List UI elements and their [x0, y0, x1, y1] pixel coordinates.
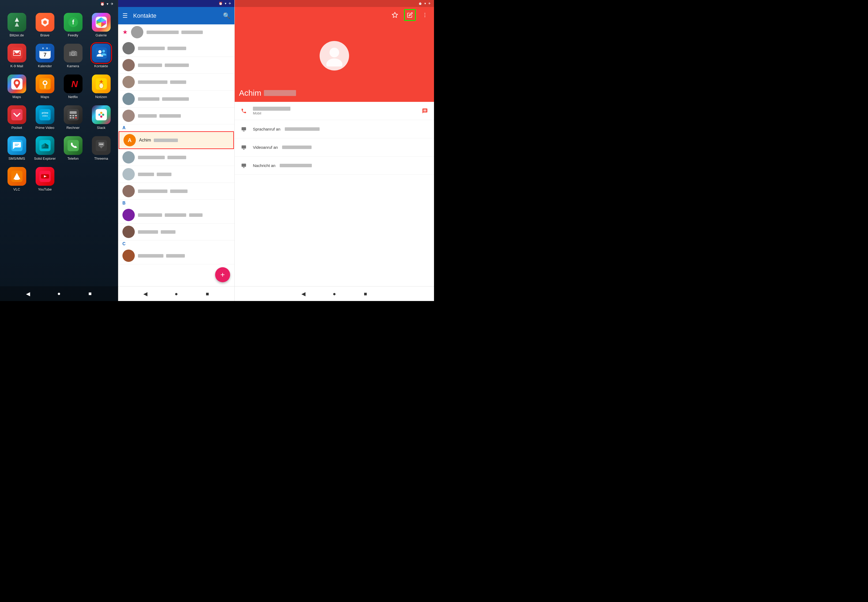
contacts-home-button[interactable]: ●	[171, 289, 181, 299]
star-contact-button[interactable]	[389, 9, 401, 21]
feedly-icon: f	[64, 13, 83, 32]
detail-content: Mobil Sprachanruf an	[235, 102, 434, 286]
svg-marker-1	[15, 22, 19, 26]
detail-contact-surname-blur	[264, 90, 296, 96]
app-kamera[interactable]: Kamera	[59, 44, 87, 68]
contact-row-8[interactable]	[118, 183, 234, 200]
add-contact-fab[interactable]: +	[215, 267, 230, 282]
contacts-back-button[interactable]: ◀	[140, 289, 150, 299]
app-solid[interactable]: Solid Explorer	[31, 136, 59, 161]
contact-row-b2[interactable]	[118, 224, 234, 240]
contact-name-c1	[138, 253, 230, 258]
edit-contact-button[interactable]	[404, 9, 416, 21]
contacts-status-bar: ⏰ ▾ ✈	[118, 0, 234, 7]
detail-video-row[interactable]: Videoanruf an	[235, 138, 434, 157]
detail-message-row[interactable]: Nachricht an	[235, 157, 434, 175]
app-kontakte[interactable]: Kontakte	[87, 44, 115, 68]
contact-row-7[interactable]	[118, 166, 234, 183]
airplane-icon: ✈	[111, 2, 113, 6]
app-netflix[interactable]: N Netflix	[59, 75, 87, 99]
vlc-label: VLC	[14, 187, 20, 191]
video-call-icon	[239, 143, 249, 152]
svg-marker-70	[392, 12, 398, 17]
blurred-n7	[138, 173, 154, 176]
contact-row-4[interactable]	[118, 91, 234, 108]
contact-avatar-1	[122, 42, 135, 54]
app-threema[interactable]: Threema	[87, 136, 115, 161]
app-kalender[interactable]: 7 Kalender	[31, 44, 59, 68]
smsmms-icon	[8, 136, 26, 155]
kamera-icon	[64, 44, 83, 63]
blurred-nb2	[138, 230, 158, 234]
contact-row-b1[interactable]	[118, 207, 234, 224]
contact-avatar-3	[122, 76, 135, 88]
brave-label: Brave	[40, 33, 49, 37]
launcher-recents-button[interactable]: ■	[85, 289, 95, 299]
detail-back-button[interactable]: ◀	[299, 289, 308, 299]
app-primevideo[interactable]: primevideo Prime Video	[31, 105, 59, 130]
contacts-recents-button[interactable]: ■	[202, 289, 212, 299]
rechner-icon	[64, 105, 83, 124]
launcher-back-button[interactable]: ◀	[23, 289, 33, 299]
voice-call-detail: Sprachanruf an	[253, 127, 430, 131]
blurred-nb1	[138, 213, 162, 217]
blurred-n6b	[167, 156, 186, 159]
svg-point-61	[100, 144, 101, 145]
blitzer-label: Blitzer.de	[10, 33, 24, 37]
svg-rect-82	[242, 163, 246, 167]
app-rechner[interactable]: Rechner	[59, 105, 87, 130]
svg-point-2	[43, 20, 47, 24]
app-k9mail[interactable]: K-9 Mail	[3, 44, 31, 68]
detail-voice-row[interactable]: Sprachanruf an	[235, 120, 434, 138]
starred-contact-row[interactable]: ★	[118, 25, 234, 40]
app-maps-g[interactable]: Maps	[3, 75, 31, 99]
app-vlc[interactable]: VLC	[3, 167, 31, 191]
kalender-label: Kalender	[38, 64, 52, 68]
more-options-button[interactable]	[419, 9, 431, 21]
blitzer-icon	[8, 13, 26, 32]
contacts-menu-icon[interactable]: ☰	[122, 12, 128, 19]
contacts-search-icon[interactable]: 🔍	[223, 12, 230, 19]
blurred-nb1c	[189, 213, 202, 217]
contacts-wifi-icon: ▾	[225, 2, 227, 5]
svg-point-50	[98, 114, 101, 116]
app-brave[interactable]: Brave	[31, 13, 59, 37]
app-youtube[interactable]: YouTube	[31, 167, 59, 191]
detail-recents-button[interactable]: ■	[361, 289, 370, 299]
launcher-home-button[interactable]: ●	[54, 289, 64, 299]
svg-rect-18	[43, 48, 43, 49]
phone-number	[253, 107, 416, 111]
app-galerie[interactable]: Galerie	[87, 13, 115, 37]
detail-phone-row[interactable]: Mobil	[235, 102, 434, 120]
app-blitzer[interactable]: Blitzer.de	[3, 13, 31, 37]
svg-point-72	[425, 15, 426, 15]
solid-label: Solid Explorer	[34, 157, 56, 161]
kontakte-icon	[92, 44, 111, 63]
app-smsmms[interactable]: SMS/MMS	[3, 136, 31, 161]
detail-home-button[interactable]: ●	[329, 289, 339, 299]
app-notizen[interactable]: Notizen	[87, 75, 115, 99]
maps-g-label: Maps	[12, 95, 21, 99]
voice-call-icon	[239, 124, 249, 134]
contact-row-3[interactable]	[118, 74, 234, 91]
notizen-label: Notizen	[95, 95, 107, 99]
contact-row-2[interactable]	[118, 57, 234, 74]
svg-rect-44	[72, 115, 74, 116]
contact-avatar-8	[122, 185, 135, 197]
sms-action-button[interactable]	[420, 106, 430, 116]
blurred-n6	[138, 156, 165, 159]
starred-contact-avatar	[131, 26, 143, 38]
app-pocket[interactable]: Pocket	[3, 105, 31, 130]
primevideo-icon: primevideo	[36, 105, 54, 124]
contact-row-5[interactable]	[118, 108, 234, 124]
blurred-n4b	[162, 97, 189, 101]
contact-row-6[interactable]	[118, 149, 234, 166]
contact-row-c1[interactable]	[118, 247, 234, 264]
contact-row-1[interactable]	[118, 40, 234, 57]
app-feedly[interactable]: f Feedly	[59, 13, 87, 37]
app-telefon[interactable]: Telefon	[59, 136, 87, 161]
contact-achim-row[interactable]: A Achim	[119, 131, 234, 149]
app-maps-o[interactable]: Maps	[31, 75, 59, 99]
voice-call-prefix: Sprachanruf an	[253, 127, 280, 131]
app-slack[interactable]: Slack	[87, 105, 115, 130]
